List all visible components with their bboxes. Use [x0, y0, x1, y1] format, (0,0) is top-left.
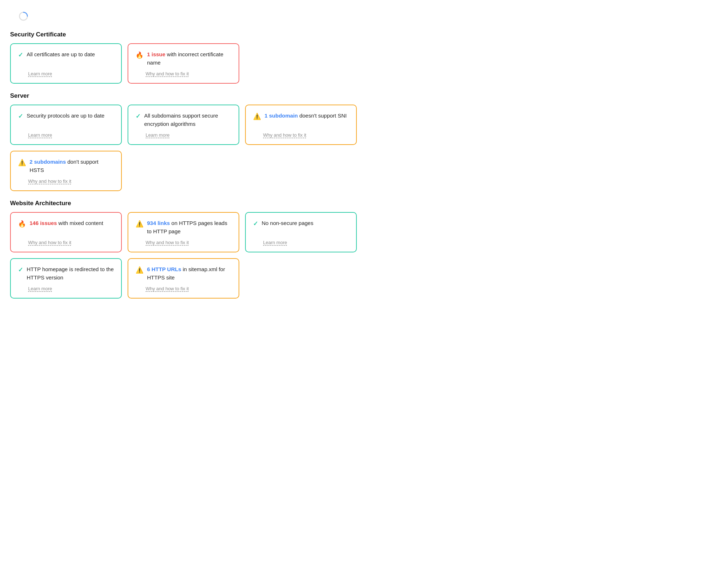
card-link-http-urls-in-sitemap[interactable]: Why and how to fix it [146, 286, 231, 291]
card-subdomains-no-hsts: ⚠️2 subdomains don't support HSTSWhy and… [10, 151, 122, 191]
cards-grid-server: ✓Security protocols are up to dateLearn … [10, 105, 422, 191]
card-highlight-mixed-content-issues: 146 issues [30, 220, 57, 226]
card-no-non-secure-pages: ✓No non-secure pagesLearn more [245, 212, 357, 252]
card-content-subdomains-no-hsts: ⚠️2 subdomains don't support HSTS [18, 158, 114, 174]
card-content-http-urls-in-sitemap: ⚠️6 HTTP URLs in sitemap.xml for HTTPS s… [136, 265, 231, 282]
card-highlight-subdomain-no-sni: 1 subdomain [265, 112, 298, 119]
cards-grid-website-architecture: 🔥146 issues with mixed contentWhy and ho… [10, 212, 422, 299]
warning-icon: ⚠️ [18, 159, 26, 167]
card-http-urls-in-sitemap: ⚠️6 HTTP URLs in sitemap.xml for HTTPS s… [128, 258, 239, 299]
card-link-incorrect-cert-name[interactable]: Why and how to fix it [146, 71, 231, 76]
card-text-subdomains-no-hsts: 2 subdomains don't support HSTS [30, 158, 114, 174]
warning-icon: ⚠️ [136, 220, 143, 228]
card-text-security-protocols-up-to-date: Security protocols are up to date [27, 112, 105, 120]
card-text-http-redirected-to-https: HTTP homepage is redirected to the HTTPS… [27, 265, 114, 282]
check-icon: ✓ [18, 112, 23, 120]
card-all-subdomains-secure: ✓All subdomains support secure encryptio… [128, 105, 239, 145]
card-text-https-links-to-http: 934 links on HTTPS pages leads to HTTP p… [147, 219, 231, 235]
card-text-all-certs-up-to-date: All certificates are up to date [27, 50, 95, 59]
card-highlight-http-urls-in-sitemap: 6 HTTP URLs [147, 266, 181, 272]
check-icon: ✓ [136, 112, 141, 120]
card-content-http-redirected-to-https: ✓HTTP homepage is redirected to the HTTP… [18, 265, 114, 282]
warning-icon: ⚠️ [253, 112, 261, 120]
card-content-all-subdomains-secure: ✓All subdomains support secure encryptio… [136, 112, 231, 128]
card-security-protocols-up-to-date: ✓Security protocols are up to dateLearn … [10, 105, 122, 145]
check-icon: ✓ [18, 266, 23, 274]
card-link-no-non-secure-pages[interactable]: Learn more [263, 240, 349, 245]
card-highlight-incorrect-cert-name: 1 issue [147, 51, 165, 57]
section-title-security-certificate: Security Certificate [10, 31, 422, 38]
score-spinner-icon [19, 12, 28, 21]
sections-container: Security Certificate✓All certificates ar… [10, 31, 422, 299]
card-link-http-redirected-to-https[interactable]: Learn more [28, 286, 114, 291]
check-icon: ✓ [18, 51, 23, 59]
card-https-links-to-http: ⚠️934 links on HTTPS pages leads to HTTP… [128, 212, 239, 252]
fire-icon: 🔥 [136, 51, 143, 59]
card-content-security-protocols-up-to-date: ✓Security protocols are up to date [18, 112, 114, 120]
card-link-security-protocols-up-to-date[interactable]: Learn more [28, 132, 114, 138]
card-content-https-links-to-http: ⚠️934 links on HTTPS pages leads to HTTP… [136, 219, 231, 235]
card-content-all-certs-up-to-date: ✓All certificates are up to date [18, 50, 114, 59]
section-server: Server✓Security protocols are up to date… [10, 92, 422, 191]
card-text-mixed-content-issues: 146 issues with mixed content [30, 219, 103, 228]
card-content-subdomain-no-sni: ⚠️1 subdomain doesn't support SNI [253, 112, 349, 120]
card-http-redirected-to-https: ✓HTTP homepage is redirected to the HTTP… [10, 258, 122, 299]
card-text-http-urls-in-sitemap: 6 HTTP URLs in sitemap.xml for HTTPS sit… [147, 265, 231, 282]
card-all-certs-up-to-date: ✓All certificates are up to dateLearn mo… [10, 43, 122, 84]
card-text-incorrect-cert-name: 1 issue with incorrect certificate name [147, 50, 231, 67]
cards-grid-security-certificate: ✓All certificates are up to dateLearn mo… [10, 43, 422, 84]
card-content-mixed-content-issues: 🔥146 issues with mixed content [18, 219, 114, 228]
section-security-certificate: Security Certificate✓All certificates ar… [10, 31, 422, 84]
card-content-incorrect-cert-name: 🔥1 issue with incorrect certificate name [136, 50, 231, 67]
card-incorrect-cert-name: 🔥1 issue with incorrect certificate name… [128, 43, 239, 84]
card-subdomain-no-sni: ⚠️1 subdomain doesn't support SNIWhy and… [245, 105, 357, 145]
card-link-all-certs-up-to-date[interactable]: Learn more [28, 71, 114, 76]
card-text-all-subdomains-secure: All subdomains support secure encryption… [144, 112, 231, 128]
section-title-website-architecture: Website Architecture [10, 200, 422, 207]
fire-icon: 🔥 [18, 220, 26, 228]
section-website-architecture: Website Architecture🔥146 issues with mix… [10, 200, 422, 299]
card-mixed-content-issues: 🔥146 issues with mixed contentWhy and ho… [10, 212, 122, 252]
card-link-subdomain-no-sni[interactable]: Why and how to fix it [263, 132, 349, 138]
section-title-server: Server [10, 92, 422, 100]
warning-icon: ⚠️ [136, 266, 143, 274]
card-text-no-non-secure-pages: No non-secure pages [262, 219, 313, 228]
card-link-mixed-content-issues[interactable]: Why and how to fix it [28, 240, 114, 245]
check-icon: ✓ [253, 220, 258, 228]
card-highlight-https-links-to-http: 934 links [147, 220, 170, 226]
card-link-subdomains-no-hsts[interactable]: Why and how to fix it [28, 178, 114, 184]
card-link-https-links-to-http[interactable]: Why and how to fix it [146, 240, 231, 245]
card-highlight-subdomains-no-hsts: 2 subdomains [30, 159, 66, 165]
card-link-all-subdomains-secure[interactable]: Learn more [146, 132, 231, 138]
card-content-no-non-secure-pages: ✓No non-secure pages [253, 219, 349, 228]
card-text-subdomain-no-sni: 1 subdomain doesn't support SNI [265, 112, 347, 120]
page-header [10, 12, 422, 21]
